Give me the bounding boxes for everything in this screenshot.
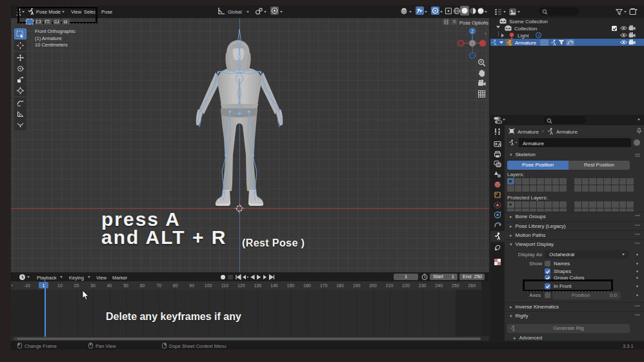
svg-text:Y: Y <box>471 42 474 46</box>
svg-text:Z: Z <box>471 29 474 34</box>
